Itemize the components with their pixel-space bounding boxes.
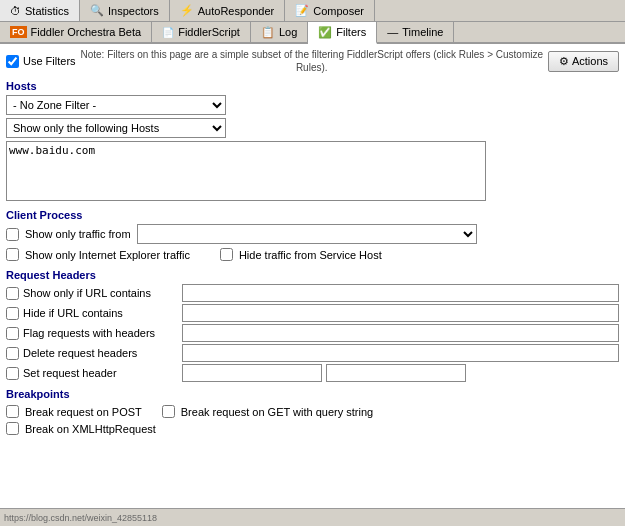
break-xhr-label: Break on XMLHttpRequest <box>25 423 156 435</box>
log-icon: 📋 <box>261 26 275 39</box>
tab-filters[interactable]: ✅ Filters <box>308 22 377 44</box>
tab-fiddlerscript[interactable]: 📄 FiddlerScript <box>152 22 251 42</box>
rh-checkbox-4[interactable] <box>6 367 19 380</box>
main-content: Use Filters Note: Filters on this page a… <box>0 44 625 526</box>
use-filters-row: Use Filters <box>6 55 76 68</box>
breakpoints-section: Breakpoints Break request on POST Break … <box>6 388 619 435</box>
tab-autoresponder[interactable]: ⚡ AutoResponder <box>170 0 285 21</box>
client-process-label: Client Process <box>6 209 619 221</box>
rh-input-3[interactable] <box>182 344 619 362</box>
fiddlerscript-icon: 📄 <box>162 27 174 38</box>
second-tab-bar: FO Fiddler Orchestra Beta 📄 FiddlerScrip… <box>0 22 625 44</box>
tab-fiddlerscript-label: FiddlerScript <box>178 26 240 38</box>
note-text: Note: Filters on this page are a simple … <box>80 48 544 74</box>
hosts-section-label: Hosts <box>6 80 619 92</box>
show-only-ie-row: Show only Internet Explorer traffic <box>6 248 190 261</box>
rh-label-4: Set request header <box>23 367 178 379</box>
tab-composer[interactable]: 📝 Composer <box>285 0 375 21</box>
top-tab-bar: ⏱ Statistics 🔍 Inspectors ⚡ AutoResponde… <box>0 0 625 22</box>
composer-icon: 📝 <box>295 4 309 17</box>
request-headers-label: Request Headers <box>6 269 619 281</box>
host-filter-dropdown[interactable]: Show only the following Hosts Hide the f… <box>6 118 226 138</box>
rh-checkbox-0[interactable] <box>6 287 19 300</box>
rh-label-3: Delete request headers <box>23 347 178 359</box>
process-dropdown[interactable] <box>137 224 477 244</box>
tab-inspectors-label: Inspectors <box>108 5 159 17</box>
hide-traffic-row: Hide traffic from Service Host <box>220 248 382 261</box>
tab-statistics[interactable]: ⏱ Statistics <box>0 0 80 21</box>
tab-composer-label: Composer <box>313 5 364 17</box>
break-post-row: Break request on POST <box>6 405 142 418</box>
show-only-traffic-row: Show only traffic from <box>6 224 619 244</box>
rh-row-4: Set request header <box>6 364 619 382</box>
break-post-checkbox[interactable] <box>6 405 19 418</box>
tab-fiddler-orchestra[interactable]: FO Fiddler Orchestra Beta <box>0 22 152 42</box>
fo-icon: FO <box>10 26 27 38</box>
bottom-bar: https://blog.csdn.net/weixin_42855118 <box>0 508 625 526</box>
actions-icon: ⚙ <box>559 55 569 68</box>
tab-log-label: Log <box>279 26 297 38</box>
hosts-section: Hosts - No Zone Filter - Show only Intra… <box>6 80 619 203</box>
tab-statistics-label: Statistics <box>25 5 69 17</box>
rh-input-4b[interactable] <box>326 364 466 382</box>
breakpoints-label: Breakpoints <box>6 388 619 400</box>
statistics-icon: ⏱ <box>10 5 21 17</box>
break-get-checkbox[interactable] <box>162 405 175 418</box>
rh-label-2: Flag requests with headers <box>23 327 178 339</box>
hide-traffic-label: Hide traffic from Service Host <box>239 249 382 261</box>
rh-row-2: Flag requests with headers <box>6 324 619 342</box>
header-row: Use Filters Note: Filters on this page a… <box>6 48 619 74</box>
show-only-ie-label: Show only Internet Explorer traffic <box>25 249 190 261</box>
show-only-traffic-checkbox[interactable] <box>6 228 19 241</box>
hide-traffic-checkbox[interactable] <box>220 248 233 261</box>
tab-timeline-label: Timeline <box>402 26 443 38</box>
zone-filter-dropdown[interactable]: - No Zone Filter - Show only Intranet Ho… <box>6 95 226 115</box>
rh-input-1[interactable] <box>182 304 619 322</box>
rh-input-4a[interactable] <box>182 364 322 382</box>
break-get-label: Break request on GET with query string <box>181 406 373 418</box>
tab-fo-label: Fiddler Orchestra Beta <box>31 26 142 38</box>
request-headers-section: Request Headers Show only if URL contain… <box>6 269 619 382</box>
rh-input-0[interactable] <box>182 284 619 302</box>
break-get-row: Break request on GET with query string <box>162 405 373 418</box>
tab-timeline[interactable]: — Timeline <box>377 22 454 42</box>
timeline-icon: — <box>387 26 398 38</box>
show-only-traffic-label: Show only traffic from <box>25 228 131 240</box>
actions-button[interactable]: ⚙ Actions <box>548 51 619 72</box>
break-post-label: Break request on POST <box>25 406 142 418</box>
rh-input-2[interactable] <box>182 324 619 342</box>
filters-checkmark-icon: ✅ <box>318 26 332 39</box>
rh-label-1: Hide if URL contains <box>23 307 178 319</box>
client-process-section: Client Process Show only traffic from Sh… <box>6 209 619 263</box>
rh-checkbox-3[interactable] <box>6 347 19 360</box>
actions-button-label: Actions <box>572 55 608 67</box>
hosts-textarea-wrapper: www.baidu.com <box>6 141 619 203</box>
bottom-bar-url: https://blog.csdn.net/weixin_42855118 <box>4 513 157 523</box>
break-xhr-checkbox[interactable] <box>6 422 19 435</box>
tab-log[interactable]: 📋 Log <box>251 22 308 42</box>
show-only-ie-checkbox[interactable] <box>6 248 19 261</box>
rh-checkbox-2[interactable] <box>6 327 19 340</box>
rh-row-3: Delete request headers <box>6 344 619 362</box>
use-filters-checkbox[interactable] <box>6 55 19 68</box>
rh-checkbox-1[interactable] <box>6 307 19 320</box>
inspectors-icon: 🔍 <box>90 4 104 17</box>
tab-inspectors[interactable]: 🔍 Inspectors <box>80 0 170 21</box>
breakpoints-row-0: Break request on POST Break request on G… <box>6 403 619 420</box>
hosts-textarea[interactable]: www.baidu.com <box>6 141 486 201</box>
rh-row-0: Show only if URL contains <box>6 284 619 302</box>
use-filters-label: Use Filters <box>23 55 76 67</box>
break-xhr-row: Break on XMLHttpRequest <box>6 422 619 435</box>
rh-label-0: Show only if URL contains <box>23 287 178 299</box>
autoresponder-icon: ⚡ <box>180 4 194 17</box>
rh-row-1: Hide if URL contains <box>6 304 619 322</box>
tab-filters-label: Filters <box>336 26 366 38</box>
tab-autoresponder-label: AutoResponder <box>198 5 274 17</box>
